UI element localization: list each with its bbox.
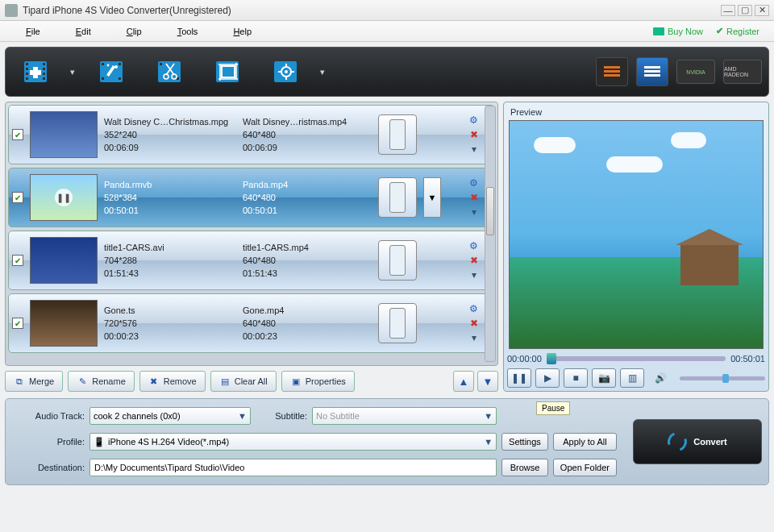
row-checkbox[interactable]: ✔ xyxy=(12,129,23,140)
row-checkbox[interactable]: ✔ xyxy=(12,318,23,329)
svg-rect-12 xyxy=(119,63,121,65)
rename-button[interactable]: ✎Rename xyxy=(68,371,135,392)
row-expand-icon[interactable]: ▾ xyxy=(468,269,480,281)
table-row[interactable]: ✔❚❚Panda.rmvb528*38400:50:01Panda.mp4640… xyxy=(8,168,495,227)
profile-combo[interactable]: 📱iPhone 4S H.264 Video(*.mp4)▼ xyxy=(89,433,497,451)
row-device[interactable] xyxy=(378,114,417,155)
merge-button[interactable]: ⧉Merge xyxy=(5,371,63,392)
add-file-dropdown[interactable]: ▾ xyxy=(70,67,80,77)
menu-bar: File Edit Clip Tools Help Buy Now ✔Regis… xyxy=(0,21,774,42)
audio-track-combo[interactable]: cook 2 channels (0x0)▼ xyxy=(89,407,251,425)
menu-edit[interactable]: Edit xyxy=(58,23,109,39)
row-device[interactable] xyxy=(378,177,417,218)
svg-rect-6 xyxy=(43,68,45,70)
effect-button[interactable] xyxy=(88,55,138,89)
svg-rect-4 xyxy=(26,77,28,80)
row-expand-icon[interactable]: ▾ xyxy=(468,332,480,344)
row-source-meta: Panda.rmvb528*38400:50:01 xyxy=(104,178,236,217)
row-output-meta: Panda.mp4640*48000:50:01 xyxy=(243,178,372,217)
convert-button[interactable]: Convert xyxy=(633,419,762,464)
row-remove-icon[interactable]: ✖ xyxy=(468,192,480,204)
svg-rect-33 xyxy=(644,66,660,69)
table-row[interactable]: ✔Gone.ts720*57600:00:23Gone.mp4640*48000… xyxy=(8,293,495,353)
nvidia-badge[interactable]: NVIDIA xyxy=(676,60,715,84)
snapshot-button[interactable]: 📷 xyxy=(592,368,616,388)
trim-button[interactable] xyxy=(146,55,196,89)
menu-file[interactable]: File xyxy=(8,23,58,39)
settings-dropdown[interactable]: ▾ xyxy=(320,67,330,77)
phone-icon xyxy=(389,308,406,339)
time-current: 00:00:00 xyxy=(507,354,542,364)
svg-rect-7 xyxy=(43,73,45,75)
stop-button[interactable]: ■ xyxy=(564,368,588,388)
menu-clip[interactable]: Clip xyxy=(109,23,160,39)
menu-help[interactable]: Help xyxy=(215,23,269,39)
svg-rect-17 xyxy=(160,63,162,65)
move-up-button[interactable]: ▲ xyxy=(453,371,474,392)
seek-slider[interactable] xyxy=(547,356,726,361)
row-remove-icon[interactable]: ✖ xyxy=(468,318,480,330)
chevron-down-icon: ▼ xyxy=(484,437,493,447)
row-thumbnail xyxy=(30,300,98,347)
crop-button[interactable] xyxy=(204,55,254,89)
row-expand-icon[interactable]: ▾ xyxy=(468,143,480,156)
detail-view-button[interactable] xyxy=(636,57,668,86)
snapshot-folder-button[interactable]: ▥ xyxy=(620,368,644,388)
profile-settings-button[interactable]: Settings xyxy=(501,433,548,451)
amd-badge[interactable]: AMD RADEON xyxy=(723,60,762,84)
cart-icon xyxy=(653,27,664,35)
properties-button[interactable]: ▣Properties xyxy=(281,371,355,392)
list-view-button[interactable] xyxy=(596,57,628,86)
apply-all-button[interactable]: Apply to All xyxy=(553,433,617,451)
settings-button[interactable] xyxy=(262,55,312,89)
svg-rect-11 xyxy=(102,77,104,80)
scrollbar[interactable] xyxy=(485,106,496,362)
row-device[interactable] xyxy=(378,303,417,343)
row-checkbox[interactable]: ✔ xyxy=(12,192,23,203)
app-icon xyxy=(5,4,18,17)
menu-tools[interactable]: Tools xyxy=(160,23,216,39)
table-row[interactable]: ✔Walt Disney C…Christmas.mpg352*24000:06… xyxy=(8,105,495,164)
row-settings-icon[interactable]: ⚙ xyxy=(468,303,480,315)
svg-rect-34 xyxy=(644,70,660,73)
svg-point-15 xyxy=(107,64,110,67)
pencil-icon: ✎ xyxy=(77,376,88,387)
row-remove-icon[interactable]: ✖ xyxy=(468,129,480,141)
row-device[interactable] xyxy=(378,240,417,281)
mute-button[interactable]: 🔊 xyxy=(648,368,672,388)
time-end: 00:50:01 xyxy=(730,354,765,364)
phone-icon xyxy=(389,182,406,213)
row-settings-icon[interactable]: ⚙ xyxy=(468,240,480,252)
pause-button[interactable]: ❚❚ xyxy=(507,368,531,388)
tooltip-pause: Pause xyxy=(536,401,570,415)
minimize-button[interactable]: — xyxy=(721,5,735,16)
row-expand-icon[interactable]: ▾ xyxy=(468,206,480,218)
subtitle-combo[interactable]: No Subtitle▼ xyxy=(312,407,497,425)
row-checkbox[interactable]: ✔ xyxy=(12,255,23,266)
table-row[interactable]: ✔title1-CARS.avi704*28801:51:43title1-CA… xyxy=(8,231,495,290)
convert-icon xyxy=(664,429,690,455)
row-settings-icon[interactable]: ⚙ xyxy=(468,114,480,127)
destination-input[interactable]: D:\My Documents\Tipard Studio\Video xyxy=(89,459,497,476)
buy-now-link[interactable]: Buy Now xyxy=(647,25,710,38)
move-down-button[interactable]: ▼ xyxy=(477,371,498,392)
browse-button[interactable]: Browse xyxy=(501,459,548,476)
close-button[interactable]: ✕ xyxy=(755,5,769,16)
clear-all-button[interactable]: ▤Clear All xyxy=(210,371,277,392)
register-link[interactable]: ✔Register xyxy=(710,24,766,38)
maximize-button[interactable]: ▢ xyxy=(738,5,752,16)
volume-slider[interactable] xyxy=(680,376,765,380)
scrollbar-thumb[interactable] xyxy=(486,187,494,235)
phone-icon xyxy=(389,119,406,150)
preview-image xyxy=(509,120,764,349)
phone-icon xyxy=(389,245,406,276)
play-button[interactable]: ▶ xyxy=(535,368,560,388)
add-file-button[interactable] xyxy=(12,55,62,89)
row-settings-icon[interactable]: ⚙ xyxy=(468,177,480,189)
file-list-panel: ✔Walt Disney C…Christmas.mpg352*24000:06… xyxy=(5,102,498,392)
remove-button[interactable]: ✖Remove xyxy=(139,371,206,392)
row-remove-icon[interactable]: ✖ xyxy=(468,255,480,267)
row-device-dropdown[interactable]: ▼ xyxy=(423,177,441,218)
svg-rect-13 xyxy=(119,77,121,80)
open-folder-button[interactable]: Open Folder xyxy=(553,459,617,476)
